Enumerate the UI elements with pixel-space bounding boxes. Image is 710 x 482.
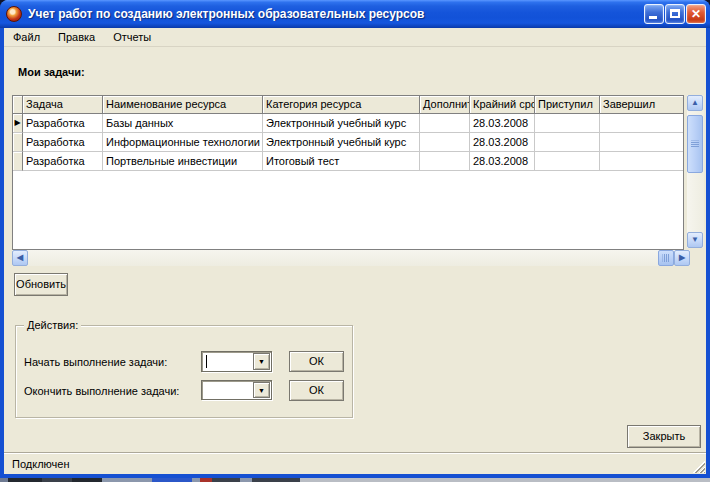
my-tasks-label: Мои задачи:	[18, 66, 85, 78]
refresh-button[interactable]: Обновить	[14, 273, 68, 296]
menu-item-Правка[interactable]: Правка	[49, 29, 104, 45]
vertical-scroll-thumb[interactable]	[687, 115, 703, 173]
chevron-down-icon[interactable]: ▼	[253, 353, 270, 370]
start-ok-button[interactable]: ОК	[289, 351, 344, 372]
menu-item-Файл[interactable]: Файл	[4, 29, 49, 45]
column-header[interactable]: Задача	[23, 96, 103, 114]
table-cell[interactable]	[420, 114, 470, 133]
scroll-left-button[interactable]: ◀	[12, 250, 28, 266]
table-row[interactable]: ▶РазработкаБазы данныхЭлектронный учебны…	[13, 114, 683, 133]
finish-ok-button[interactable]: ОК	[289, 380, 344, 401]
table-cell[interactable]	[535, 133, 600, 152]
table-cell[interactable]: 28.03.2008	[470, 152, 535, 171]
table-cell[interactable]: Базы данных	[103, 114, 263, 133]
finish-task-label: Окончить выполнение задачи:	[24, 385, 179, 397]
scroll-down-button[interactable]: ▼	[687, 232, 703, 248]
table-cell[interactable]: Итоговый тест	[263, 152, 420, 171]
maximize-icon	[670, 9, 680, 18]
minimize-button[interactable]	[644, 4, 664, 24]
resize-grip[interactable]	[692, 460, 705, 473]
minimize-icon	[649, 16, 657, 19]
table-cell[interactable]	[420, 152, 470, 171]
column-header[interactable]: Приступил	[535, 96, 600, 114]
vertical-scrollbar[interactable]: ▲ ▼	[687, 95, 704, 248]
column-header[interactable]: Наименование ресурса	[103, 96, 263, 114]
close-icon: ✕	[691, 7, 701, 21]
table-cell[interactable]: Электронный учебный курс	[263, 114, 420, 133]
table-cell[interactable]	[600, 114, 684, 133]
finish-task-combobox[interactable]: ▼	[201, 380, 272, 400]
table-row[interactable]: РазработкаПортвельные инвестицииИтоговый…	[13, 152, 683, 171]
table-header-row: ЗадачаНаименование ресурсаКатегория ресу…	[13, 96, 683, 114]
column-header[interactable]: Дополнит	[420, 96, 470, 114]
thumb-grip	[663, 254, 670, 262]
table-cell[interactable]	[600, 133, 684, 152]
row-selector[interactable]	[13, 152, 23, 171]
row-selector[interactable]	[13, 133, 23, 152]
scroll-right-button[interactable]: ▶	[674, 250, 690, 266]
status-text: Подключен	[12, 458, 70, 470]
column-header[interactable]: Категория ресурса	[263, 96, 420, 114]
column-header[interactable]: Завершил	[600, 96, 684, 114]
title-bar[interactable]: Учет работ по созданию электронных образ…	[0, 0, 710, 28]
table-cell[interactable]: Портвельные инвестиции	[103, 152, 263, 171]
menu-bar: ФайлПравкаОтчеты	[4, 28, 706, 47]
table-cell[interactable]: Электронный учебный курс	[263, 133, 420, 152]
tasks-table: ЗадачаНаименование ресурсаКатегория ресу…	[12, 95, 684, 250]
menu-item-Отчеты[interactable]: Отчеты	[104, 29, 160, 45]
close-window-button[interactable]: Закрыть	[627, 425, 701, 448]
horizontal-scroll-thumb[interactable]	[658, 250, 674, 266]
app-icon[interactable]	[6, 6, 22, 22]
table-cell[interactable]: Информационные технологии	[103, 133, 263, 152]
table-cell[interactable]	[535, 152, 600, 171]
table-cell[interactable]: Разработка	[23, 114, 103, 133]
thumb-grip	[691, 141, 699, 148]
row-selector-header	[13, 96, 23, 114]
text-caret	[206, 355, 207, 368]
close-button[interactable]: ✕	[686, 4, 706, 24]
table-cell[interactable]: Разработка	[23, 133, 103, 152]
table-cell[interactable]	[420, 133, 470, 152]
window-title: Учет работ по созданию электронных образ…	[28, 7, 644, 21]
table-cell[interactable]: Разработка	[23, 152, 103, 171]
start-task-label: Начать выполнение задачи:	[24, 356, 167, 368]
table-cell[interactable]: 28.03.2008	[470, 133, 535, 152]
table-cell[interactable]	[600, 152, 684, 171]
app-window: Учет работ по созданию электронных образ…	[0, 0, 710, 478]
table-cell[interactable]: 28.03.2008	[470, 114, 535, 133]
start-task-combobox[interactable]: ▼	[201, 351, 272, 372]
chevron-down-icon[interactable]: ▼	[253, 382, 270, 398]
background-sliver	[0, 478, 710, 482]
column-header[interactable]: Крайний сро	[470, 96, 535, 114]
actions-group-label: Действия:	[24, 319, 81, 331]
maximize-button[interactable]	[665, 4, 685, 24]
table-cell[interactable]	[535, 114, 600, 133]
status-bar: Подключен	[4, 452, 706, 474]
current-row-indicator[interactable]: ▶	[13, 114, 23, 133]
window-controls: ✕	[644, 4, 706, 24]
scroll-up-button[interactable]: ▲	[687, 95, 703, 111]
horizontal-scrollbar[interactable]: ◀ ▶	[12, 250, 690, 266]
table-row[interactable]: РазработкаИнформационные технологииЭлект…	[13, 133, 683, 152]
